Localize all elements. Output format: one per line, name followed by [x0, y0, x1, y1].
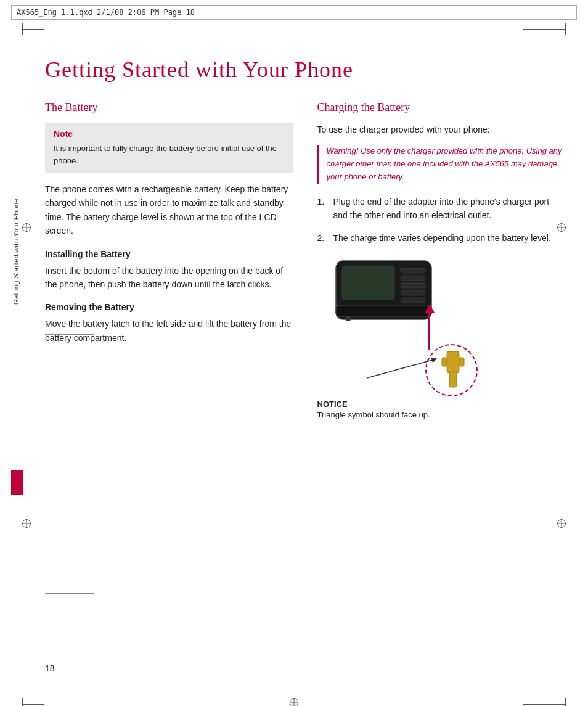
- page-number: 18: [45, 663, 55, 673]
- sidebar-label: Getting Started with Your Phone: [12, 199, 26, 305]
- bottom-center-reg: [290, 698, 298, 706]
- svg-rect-13: [459, 358, 464, 366]
- warning-block: Warning! Use only the charger provided w…: [317, 145, 565, 183]
- left-h-rule-1: [45, 334, 94, 335]
- sidebar-marker: [11, 470, 23, 495]
- step-1: 1. Plug the end of the adapter into the …: [317, 195, 565, 223]
- content-area: Getting Started with Your Phone The Batt…: [45, 44, 565, 419]
- top-right-h-rule2: [523, 29, 544, 30]
- left-h-rule-2: [45, 593, 94, 594]
- right-reg-mark-bottom: [557, 519, 566, 528]
- removing-heading: Removing the Battery: [45, 302, 293, 312]
- top-left-h-rule: [22, 29, 44, 30]
- bot-right-h2: [523, 704, 544, 705]
- notice-text: Triangle symbol should face up.: [317, 410, 430, 419]
- svg-rect-10: [447, 351, 459, 373]
- bottom-area: [11, 692, 577, 706]
- main-title: Getting Started with Your Phone: [45, 57, 565, 83]
- bot-left-h: [22, 704, 44, 705]
- bot-left-v: [22, 698, 23, 706]
- top-right-v-rule: [565, 23, 566, 35]
- header-text: AX565_Eng 1.1.qxd 2/1/08 2:06 PM Page 18: [17, 8, 195, 17]
- svg-rect-2: [401, 268, 425, 273]
- svg-rect-5: [401, 290, 425, 295]
- step-2-number: 2.: [317, 231, 330, 245]
- dashed-notice-circle: [425, 344, 478, 396]
- arrow-indicator: [422, 304, 435, 350]
- step-1-text: Plug the end of the adapter into the pho…: [333, 195, 565, 223]
- columns: The Battery Note It is important to full…: [45, 101, 565, 419]
- svg-rect-6: [401, 298, 425, 303]
- top-left-v-rule: [22, 23, 23, 35]
- note-title: Note: [54, 129, 284, 139]
- left-column: The Battery Note It is important to full…: [45, 101, 293, 419]
- left-reg-mark-bottom: [22, 519, 31, 528]
- bot-right-v: [565, 698, 566, 706]
- arrow-shaft: [428, 313, 430, 350]
- left-reg-mark-top: [22, 223, 31, 232]
- right-column: Charging the Battery To use the charger …: [317, 101, 565, 419]
- installing-heading: Installing the Battery: [45, 249, 293, 259]
- step-1-number: 1.: [317, 195, 330, 223]
- svg-point-9: [346, 316, 351, 321]
- charging-heading: Charging the Battery: [317, 101, 565, 114]
- svg-rect-1: [342, 266, 394, 300]
- battery-heading: The Battery: [45, 101, 293, 114]
- arrow-head: [425, 304, 435, 313]
- step-2: 2. The charge time varies depending upon…: [317, 231, 565, 245]
- charging-intro: To use the charger provided with your ph…: [317, 123, 565, 136]
- phone-image-container: [317, 255, 478, 396]
- svg-rect-4: [401, 283, 425, 288]
- svg-rect-3: [401, 276, 425, 281]
- svg-rect-11: [449, 372, 457, 387]
- page: Getting Started with Your Phone 18 Getti…: [11, 38, 577, 692]
- installing-text: Insert the bottom of the battery into th…: [45, 264, 293, 292]
- battery-body-text: The phone comes with a rechargeable batt…: [45, 183, 293, 238]
- step-2-text: The charge time varies depending upon th…: [333, 231, 551, 245]
- charger-svg: [430, 348, 476, 395]
- header-bar: AX565_Eng 1.1.qxd 2/1/08 2:06 PM Page 18: [11, 5, 577, 20]
- removing-text: Move the battery latch to the left side …: [45, 317, 293, 345]
- note-text: It is important to fully charge the batt…: [54, 142, 284, 166]
- note-box: Note It is important to fully charge the…: [45, 123, 293, 173]
- notice-text-block: NOTICE Triangle symbol should face up.: [317, 400, 430, 419]
- svg-rect-8: [336, 305, 431, 316]
- bot-right-h: [544, 704, 566, 705]
- svg-line-14: [367, 359, 435, 378]
- warning-text: Warning! Use only the charger provided w…: [327, 145, 565, 183]
- top-right-h-rule: [544, 29, 566, 30]
- right-reg-mark-top: [557, 223, 566, 232]
- notice-label: NOTICE: [317, 400, 430, 409]
- svg-rect-12: [442, 358, 447, 366]
- notice-area: NOTICE Triangle symbol should face up.: [317, 400, 565, 419]
- steps-list: 1. Plug the end of the adapter into the …: [317, 195, 565, 245]
